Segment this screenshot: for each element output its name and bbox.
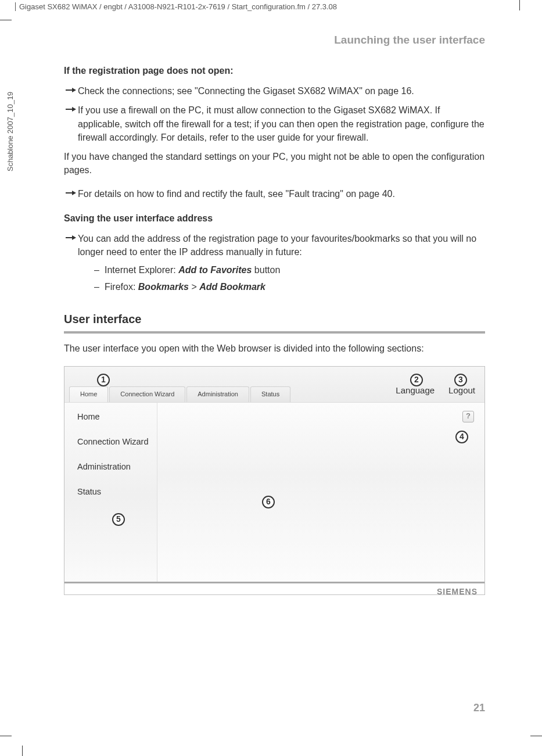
ui-sidebar: Home Connection Wizard Administration St…	[64, 403, 157, 582]
sidebar-item-home[interactable]: Home	[77, 411, 157, 423]
svg-marker-1	[72, 88, 76, 92]
dash-marker: –	[94, 263, 105, 277]
ui-screenshot-figure: Home Connection Wizard Administration St…	[64, 366, 485, 595]
paragraph: If you have changed the standard setting…	[64, 150, 485, 177]
callout-4: 4	[455, 431, 468, 443]
intro-paragraph: The user interface you open with the Web…	[64, 342, 485, 355]
sidebar-item-status[interactable]: Status	[77, 486, 157, 498]
tab-home[interactable]: Home	[69, 386, 108, 402]
dash-marker: –	[94, 280, 105, 293]
running-header: Launching the user interface	[64, 34, 485, 46]
ui-header-bar: Home Connection Wizard Administration St…	[64, 367, 484, 403]
callout-5: 5	[112, 513, 125, 526]
crop-mark	[530, 736, 542, 736]
tab-status[interactable]: Status	[250, 386, 290, 402]
ui-footer: SIEMENS	[64, 582, 484, 596]
ui-main-area: ?	[157, 403, 484, 582]
arrow-right-icon	[64, 84, 78, 98]
bullet-text: Check the connections; see "Connecting t…	[78, 84, 485, 98]
sidebar-item-administration[interactable]: Administration	[77, 461, 157, 473]
page-number: 21	[473, 702, 485, 714]
arrow-right-icon	[64, 187, 78, 200]
list-item: Internet Explorer: Add to Favorites butt…	[105, 263, 280, 277]
crop-mark	[0, 736, 12, 736]
crop-mark	[0, 20, 12, 20]
help-icon[interactable]: ?	[462, 411, 474, 422]
arrow-right-icon	[64, 103, 78, 144]
section-heading-saving: Saving the user interface address	[64, 212, 485, 225]
arrow-right-icon	[64, 232, 78, 298]
callout-6: 6	[262, 496, 275, 508]
heading-user-interface: User interface	[64, 311, 485, 328]
svg-marker-5	[72, 191, 76, 195]
template-side-label: Schablone 2007_10_19	[6, 92, 15, 171]
header-file-path: Gigaset SX682 WiMAX / engbt / A31008-N92…	[15, 2, 337, 11]
crop-mark	[22, 746, 23, 756]
callout-3: 3	[454, 374, 467, 386]
list-item: Firefox: Bookmarks > Add Bookmark	[105, 280, 265, 293]
bullet-text: For details on how to find and rectify t…	[78, 187, 485, 200]
tab-connection-wizard[interactable]: Connection Wizard	[109, 386, 185, 402]
section-heading-registration: If the registration page does not open:	[64, 64, 485, 77]
callout-2: 2	[410, 374, 423, 386]
heading-rule	[64, 331, 485, 334]
bullet-text: You can add the address of the registrat…	[78, 234, 476, 257]
crop-mark	[519, 0, 520, 10]
callout-1: 1	[97, 374, 110, 386]
svg-marker-3	[72, 107, 76, 112]
siemens-logo: SIEMENS	[437, 587, 478, 596]
svg-marker-7	[72, 235, 76, 240]
tab-administration[interactable]: Administration	[186, 386, 249, 402]
bullet-text: If you use a firewall on the PC, it must…	[78, 103, 485, 144]
sidebar-item-connection-wizard[interactable]: Connection Wizard	[77, 436, 157, 448]
